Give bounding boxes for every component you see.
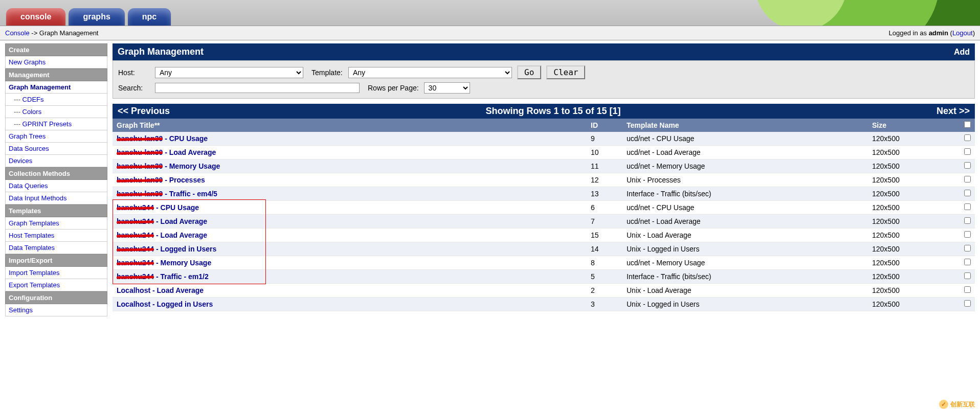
search-input[interactable] (155, 83, 360, 93)
row-checkbox[interactable] (964, 203, 971, 210)
logout-link[interactable]: Logout (952, 29, 973, 37)
graph-title-link[interactable]: banshu244 - Traffic - em1/2 (117, 272, 209, 281)
row-checkbox[interactable] (964, 134, 971, 141)
graph-title-link[interactable]: banshu-lan30 - CPU Usage (117, 134, 208, 143)
cell-size: 120x500 (868, 215, 960, 228)
nav-devices[interactable]: Devices (5, 155, 107, 167)
breadcrumb-sep: -> (30, 29, 39, 37)
nav-export-templates[interactable]: Export Templates (5, 279, 107, 291)
cell-id: 3 (587, 297, 622, 311)
add-link[interactable]: Add (954, 48, 970, 57)
nav-graph-management[interactable]: Graph Management (5, 81, 107, 94)
nav-import-templates[interactable]: Import Templates (5, 267, 107, 279)
cell-id: 6 (587, 201, 622, 215)
graph-title-link[interactable]: Localhost - Load Average (117, 286, 204, 294)
row-checkbox[interactable] (964, 300, 971, 307)
prev-link[interactable]: << Previous (118, 106, 170, 117)
row-checkbox[interactable] (964, 286, 971, 293)
table-row: banshu244 - Logged in Users14Unix - Logg… (113, 242, 975, 256)
graph-title-link[interactable]: banshu244 - Logged in Users (117, 245, 216, 253)
breadcrumb-console-link[interactable]: Console (5, 29, 30, 37)
graph-title-link[interactable]: banshu244 - Load Average (117, 217, 207, 225)
col-title[interactable]: Graph Title** (113, 119, 587, 132)
cell-template: Unix - Processes (622, 173, 868, 187)
cell-template: Unix - Load Average (622, 284, 868, 297)
cell-template: Interface - Traffic (bits/sec) (622, 187, 868, 201)
row-checkbox[interactable] (964, 148, 971, 155)
go-button[interactable]: Go (517, 65, 541, 79)
breadcrumb-bar: Console -> Graph Management Logged in as… (0, 26, 980, 40)
cell-size: 120x500 (868, 242, 960, 256)
nav-cdefs[interactable]: CDEFs (5, 94, 107, 106)
host-select[interactable]: Any (155, 67, 303, 78)
tab-graphs[interactable]: graphs (69, 8, 124, 26)
clear-button[interactable]: Clear (546, 65, 585, 79)
table-row: banshu-lan30 - Memory Usage11ucd/net - M… (113, 159, 975, 173)
breadcrumb-current: Graph Management (39, 29, 99, 37)
row-checkbox[interactable] (964, 190, 971, 196)
next-link[interactable]: Next >> (937, 106, 970, 117)
table-row: banshu-lan30 - CPU Usage9ucd/net - CPU U… (113, 132, 975, 146)
graph-title-link[interactable]: banshu-lan30 - Traffic - em4/5 (117, 190, 217, 198)
nav-settings[interactable]: Settings (5, 304, 107, 316)
col-template[interactable]: Template Name (622, 119, 868, 132)
graph-title-link[interactable]: Localhost - Logged in Users (117, 300, 213, 308)
row-checkbox[interactable] (964, 231, 971, 238)
cell-template: ucd/net - Load Average (622, 215, 868, 228)
template-select[interactable]: Any (348, 67, 512, 78)
table-row: banshu244 - Load Average15Unix - Load Av… (113, 228, 975, 242)
cell-template: ucd/net - Memory Usage (622, 159, 868, 173)
host-label: Host: (118, 68, 150, 77)
nav-new-graphs[interactable]: New Graphs (5, 56, 107, 68)
row-checkbox[interactable] (964, 217, 971, 224)
tab-console[interactable]: console (6, 8, 65, 26)
row-checkbox[interactable] (964, 245, 971, 251)
nav-host-templates[interactable]: Host Templates (5, 230, 107, 242)
cell-id: 14 (587, 242, 622, 256)
table-row: banshu-lan30 - Load Average10ucd/net - L… (113, 146, 975, 159)
row-checkbox[interactable] (964, 176, 971, 182)
graph-title-link[interactable]: banshu244 - CPU Usage (117, 203, 199, 212)
search-label: Search: (118, 84, 150, 92)
cell-id: 7 (587, 215, 622, 228)
cell-id: 13 (587, 187, 622, 201)
tab-npc[interactable]: npc (128, 8, 171, 26)
nav-data-queries[interactable]: Data Queries (5, 180, 107, 192)
select-all-checkbox[interactable] (964, 121, 971, 128)
row-checkbox[interactable] (964, 272, 971, 279)
nav-data-sources[interactable]: Data Sources (5, 143, 107, 155)
nav-graph-templates[interactable]: Graph Templates (5, 217, 107, 230)
row-checkbox[interactable] (964, 259, 971, 265)
cell-template: ucd/net - Load Average (622, 146, 868, 159)
cell-template: ucd/net - Memory Usage (622, 256, 868, 270)
sidebar-header: Templates (5, 204, 107, 217)
graph-title-link[interactable]: banshu-lan30 - Processes (117, 176, 205, 184)
col-id[interactable]: ID (587, 119, 622, 132)
graph-title-link[interactable]: banshu244 - Memory Usage (117, 259, 211, 267)
table-row: banshu244 - Traffic - em1/25Interface - … (113, 270, 975, 284)
cell-id: 9 (587, 132, 622, 146)
nav-colors[interactable]: Colors (5, 106, 107, 118)
cell-size: 120x500 (868, 173, 960, 187)
sidebar-header: Configuration (5, 291, 107, 304)
graph-title-link[interactable]: banshu244 - Load Average (117, 231, 207, 239)
col-size[interactable]: Size (868, 119, 960, 132)
nav-data-templates[interactable]: Data Templates (5, 242, 107, 254)
col-check-all[interactable] (960, 119, 975, 132)
nav-data-input-methods[interactable]: Data Input Methods (5, 192, 107, 204)
login-user: admin (929, 29, 948, 37)
table-row: Localhost - Logged in Users3Unix - Logge… (113, 297, 975, 311)
graph-title-link[interactable]: banshu-lan30 - Load Average (117, 148, 216, 156)
nav-graph-trees[interactable]: Graph Trees (5, 130, 107, 143)
table-row: banshu-lan30 - Processes12Unix - Process… (113, 173, 975, 187)
graph-title-link[interactable]: banshu-lan30 - Memory Usage (117, 162, 220, 170)
nav-gprint-presets[interactable]: GPRINT Presets (5, 118, 107, 130)
rows-select[interactable]: 30 (424, 82, 470, 94)
cell-size: 120x500 (868, 201, 960, 215)
sidebar-header: Create (5, 43, 107, 56)
table-row: banshu-lan30 - Traffic - em4/513Interfac… (113, 187, 975, 201)
graph-table: Graph Title** ID Template Name Size bans… (113, 119, 975, 311)
cell-id: 2 (587, 284, 622, 297)
row-checkbox[interactable] (964, 162, 971, 169)
pager-status: Showing Rows 1 to 15 of 15 [1] (485, 106, 620, 117)
